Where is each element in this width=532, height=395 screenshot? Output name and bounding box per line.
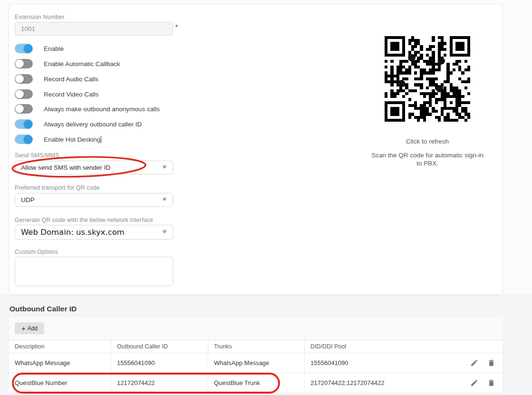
column-header-did-pool: DID/DDI Pool xyxy=(305,340,455,353)
network-interface-value: Web Domain: us.skyx.com xyxy=(21,228,125,237)
cell-trunks: QuestBlue Trunk xyxy=(208,373,305,393)
extension-number-input[interactable]: 1001 xyxy=(15,22,173,36)
edit-button[interactable] xyxy=(470,359,478,367)
toggle-anonymous-calls[interactable]: Always make outbound anonymous calls xyxy=(15,104,160,114)
toggle-automatic-callback[interactable]: Enable Automatic Callback xyxy=(15,59,120,68)
trash-icon xyxy=(487,359,495,367)
plus-icon: + xyxy=(21,324,26,332)
toggle-label: Record Audio Calls xyxy=(44,76,98,83)
toggle-switch[interactable] xyxy=(15,89,33,99)
cell-description: QuestBlue Number xyxy=(9,373,111,393)
pencil-icon xyxy=(470,379,478,387)
transport-select[interactable]: UDP xyxy=(15,193,173,207)
toggle-record-audio[interactable]: Record Audio Calls xyxy=(15,74,98,84)
toggle-label: Enable xyxy=(44,45,64,52)
send-sms-select[interactable]: Allow send SMS with sender ID xyxy=(15,161,173,174)
toggle-switch[interactable] xyxy=(15,44,33,53)
send-sms-label: Send SMS/MMS xyxy=(15,152,59,159)
toggle-label: Always delivery outbound caller ID xyxy=(44,121,142,128)
toggle-knob xyxy=(24,44,32,53)
delete-button[interactable] xyxy=(487,359,495,367)
delete-button[interactable] xyxy=(487,379,495,387)
chevron-down-icon xyxy=(163,231,166,233)
table-header-row: Description Outbound Caller ID Trunks DI… xyxy=(9,340,503,353)
table-row: WhatsApp Message 15556041090 WhatsApp Me… xyxy=(9,353,503,373)
cell-did-pool: 15556041090 xyxy=(305,353,455,373)
toggle-knob xyxy=(15,75,24,83)
custom-options-textarea[interactable] xyxy=(15,257,173,286)
chevron-down-icon xyxy=(163,199,166,201)
outbound-caller-id-table: Description Outbound Caller ID Trunks DI… xyxy=(9,340,503,393)
cell-caller-id: 12172074422 xyxy=(111,373,208,393)
toggle-knob xyxy=(24,120,32,128)
transport-label: Preferred transport for QR code xyxy=(15,184,100,191)
column-header-description: Description xyxy=(9,340,111,353)
toggle-enable[interactable]: Enable xyxy=(15,44,64,53)
extension-settings-page: Extension Number 1001 * Enable Enable Au… xyxy=(0,0,532,395)
qr-code-image xyxy=(385,36,470,122)
toggle-label: Record Video Calls xyxy=(44,91,98,98)
text-cursor-artifact xyxy=(101,136,101,143)
toggle-hot-desking[interactable]: Enable Hot Desking xyxy=(15,135,101,144)
toggle-knob xyxy=(15,105,24,113)
cell-did-pool: 2172074422;12172074422 xyxy=(305,373,455,393)
add-button-label: Add xyxy=(28,325,38,332)
extension-number-label: Extension Number xyxy=(15,14,64,20)
toggle-switch[interactable] xyxy=(15,104,33,114)
transport-value: UDP xyxy=(21,196,35,203)
qr-code[interactable] xyxy=(385,36,470,122)
add-button[interactable]: + Add xyxy=(15,322,44,334)
toggle-label: Enable Automatic Callback xyxy=(44,60,120,67)
outbound-caller-id-panel: + Add Description Outbound Caller ID Tru… xyxy=(9,316,503,393)
network-interface-select[interactable]: Web Domain: us.skyx.com xyxy=(15,225,173,240)
toggle-knob xyxy=(15,90,24,98)
column-header-actions xyxy=(455,340,503,353)
toggle-knob xyxy=(15,59,24,68)
column-header-caller-id: Outbound Caller ID xyxy=(111,340,208,353)
toggle-switch[interactable] xyxy=(15,135,33,144)
toggle-switch[interactable] xyxy=(15,119,33,129)
qr-scan-hint: Scan the QR code for automatic sign-in t… xyxy=(370,151,484,167)
table-row: QuestBlue Number 12172074422 QuestBlue T… xyxy=(9,373,503,393)
edit-button[interactable] xyxy=(470,379,478,387)
toggle-record-video[interactable]: Record Video Calls xyxy=(15,89,98,99)
chevron-down-icon xyxy=(163,166,166,169)
extension-form-card: Extension Number 1001 * Enable Enable Au… xyxy=(9,4,503,295)
column-header-trunks: Trunks xyxy=(208,340,305,353)
pencil-icon xyxy=(470,359,478,367)
cell-trunks: WhatsApp Message xyxy=(208,353,305,373)
outbound-caller-id-title: Outbound Caller ID xyxy=(10,305,77,313)
required-asterisk: * xyxy=(175,23,178,30)
custom-options-label: Custom Options xyxy=(15,249,58,255)
toggle-switch[interactable] xyxy=(15,59,33,68)
cell-caller-id: 15556041090 xyxy=(111,353,208,373)
trash-icon xyxy=(487,379,495,387)
toggle-delivery-caller-id[interactable]: Always delivery outbound caller ID xyxy=(15,119,142,129)
network-interface-label: Generate QR code with the below network … xyxy=(15,217,153,223)
toggle-knob xyxy=(24,135,32,144)
cell-description: WhatsApp Message xyxy=(9,353,111,373)
qr-refresh-caption: Click to refresh xyxy=(342,138,513,145)
toggle-label: Always make outbound anonymous calls xyxy=(44,106,160,113)
toggle-label: Enable Hot Desking xyxy=(44,136,101,143)
toggle-switch[interactable] xyxy=(15,74,33,84)
extension-number-value: 1001 xyxy=(21,25,35,32)
send-sms-value: Allow send SMS with sender ID xyxy=(21,164,110,171)
